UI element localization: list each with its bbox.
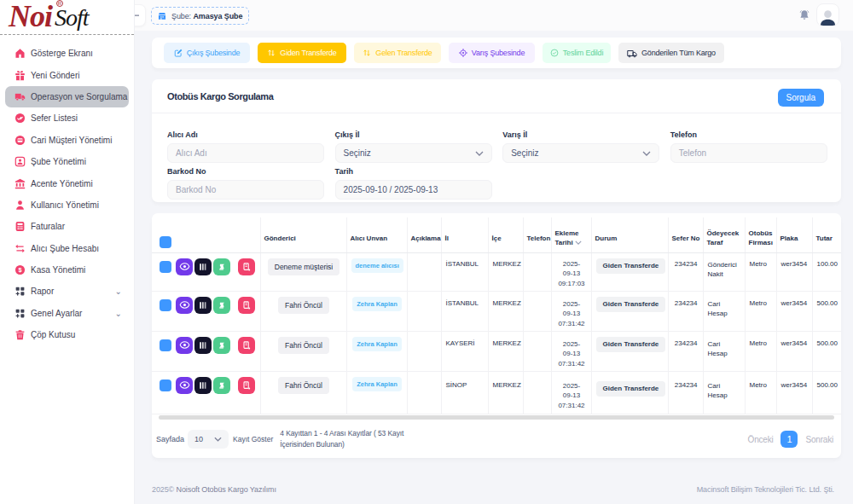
svg-text:$: $ [18, 266, 21, 274]
